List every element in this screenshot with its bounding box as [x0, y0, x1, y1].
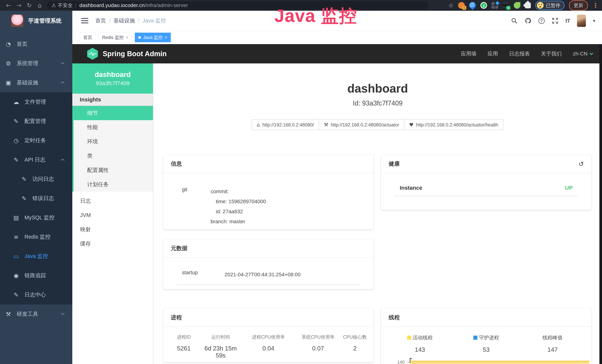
page-title: dashboard [153, 82, 602, 95]
sba-nav-about[interactable]: 关于我们 [541, 50, 562, 57]
sidebar-item-tracing[interactable]: ◉ 链路追踪 [0, 266, 72, 285]
tab-home[interactable]: 首页 [80, 33, 96, 42]
sba-nav-links: 应用墙 应用 日志报表 关于我们 zh-CN [461, 50, 593, 57]
panel-item-environment[interactable]: 环境 [74, 134, 153, 149]
sba-nav-wallboard[interactable]: 应用墙 [461, 50, 476, 57]
sidebar-item-scheduled-tasks[interactable]: ◷ 定时任务 [0, 131, 72, 150]
extension-leaf-icon[interactable] [514, 2, 520, 9]
browser-forward-icon[interactable]: → [14, 2, 24, 9]
sidebar-item-config-management[interactable]: ✎ 配置管理 [0, 112, 72, 131]
breadcrumb-home[interactable]: 首页 [95, 17, 106, 24]
extension-pin-icon[interactable] [468, 1, 477, 10]
panel-item-jvm[interactable]: JVM [72, 208, 153, 222]
browser-actions: ☆ 1 y on 已暂停 更新 ⋮ [448, 0, 599, 11]
eye-icon: ◉ [12, 272, 20, 279]
font-size-icon[interactable]: tT [566, 18, 570, 24]
breadcrumb-separator: / [138, 18, 140, 24]
sidebar-item-home[interactable]: ◔ 首页 [0, 34, 72, 54]
gauge-icon: ◔ [5, 41, 12, 47]
yellow-legend-swatch [407, 336, 411, 340]
sidebar-item-file-management[interactable]: ☁ 文件管理 [0, 92, 72, 112]
paused-profile-chip[interactable]: 已暂停 [535, 1, 565, 10]
search-icon[interactable] [511, 17, 518, 24]
page-scrollbar[interactable] [599, 44, 602, 364]
sba-nav-applications[interactable]: 应用 [488, 50, 498, 57]
not-secure-label[interactable]: 不安全 [58, 2, 73, 9]
sidebar-item-system-management[interactable]: ⚙ 系统管理 [0, 54, 72, 73]
close-icon[interactable]: × [126, 35, 128, 40]
hamburger-menu-icon[interactable] [81, 18, 88, 23]
sidebar-item-api-logs[interactable]: ✎ API 日志 [0, 150, 72, 170]
instance-header[interactable]: dashboard 93a3fc7f7409 [72, 64, 153, 94]
panel-item-caches[interactable]: 缓存 [72, 237, 153, 251]
panel-plain-items: 日志 JVM 映射 缓存 [72, 192, 153, 251]
metadata-row-value: 2021-04-27T00:44:31.254+08:00 [225, 270, 301, 280]
sidebar-logo[interactable]: 芋道管理系统 [0, 11, 72, 31]
tools-icon: ⚒ [5, 311, 12, 317]
extension-y-icon[interactable]: y [480, 2, 487, 9]
sidebar-item-dev-tools[interactable]: ⚒ 研发工具 [0, 304, 72, 324]
extension-orange-icon[interactable]: 1 [458, 2, 465, 9]
fullscreen-icon[interactable] [552, 17, 559, 24]
sidebar-item-infrastructure[interactable]: ▣ 基础设施 [0, 73, 72, 92]
avatar-caret-down-icon[interactable]: ▾ [593, 18, 595, 23]
panel-item-config-props[interactable]: 配置属性 [74, 163, 153, 177]
sidebar-item-log-center[interactable]: ✎ 日志中心 [0, 285, 72, 304]
browser-back-icon[interactable]: ← [3, 2, 14, 9]
log-icon: ✎ [20, 195, 28, 202]
url-host[interactable]: dashboard.yudao.iocoder.cn [79, 2, 145, 8]
service-url-link[interactable]: ⌂ http://192.168.0.2:48080/ [252, 119, 319, 130]
row-divider [394, 196, 578, 196]
sidebar-item-mysql-monitor[interactable]: ▤ MySQL 监控 [0, 208, 72, 227]
sidebar-item-redis-monitor[interactable]: ≡ Redis 监控 [0, 227, 72, 247]
y-axis-tick [408, 362, 410, 363]
spring-boot-admin-title[interactable]: Spring Boot Admin [103, 50, 167, 58]
address-bar[interactable]: ⚠ 不安全 dashboard.yudao.iocoder.cn /infra/… [47, 1, 429, 10]
panel-item-scheduled-tasks[interactable]: 计划任务 [74, 177, 153, 192]
help-icon[interactable]: ? [538, 18, 545, 24]
breadcrumb-infrastructure[interactable]: 基础设施 [113, 17, 135, 24]
health-card-title: 健康 ↺ [381, 155, 591, 173]
panel-item-mappings[interactable]: 映射 [72, 222, 153, 237]
browser-home-icon[interactable]: ⌂ [34, 2, 45, 9]
extension-grid-icon[interactable] [492, 2, 498, 9]
update-browser-button[interactable]: 更新 [569, 0, 588, 11]
sidebar-item-label: 系统管理 [17, 60, 38, 67]
actuator-url-link[interactable]: ⚒ http://192.168.0.2:48080/actuator [319, 119, 404, 130]
spring-boot-admin-logo-icon[interactable] [87, 48, 98, 60]
not-secure-warning-icon: ⚠ [52, 3, 56, 8]
user-avatar[interactable] [577, 15, 586, 27]
sidebar-item-error-logs[interactable]: ✎ 错误日志 [0, 189, 72, 208]
extensions-puzzle-icon[interactable] [525, 2, 531, 8]
blue-legend-swatch [473, 336, 477, 340]
sba-nav-journal[interactable]: 日志报表 [509, 50, 530, 57]
tab-label: 首页 [83, 34, 92, 40]
panel-item-classes[interactable]: 类 [74, 149, 153, 163]
health-card: 健康 ↺ Instance UP [381, 155, 591, 210]
info-git-row: git commit: time: 1596289704000 id: 27aa… [163, 173, 373, 230]
sidebar: 芋道管理系统 ◔ 首页 ⚙ 系统管理 ▣ 基础设施 ☁ 文件管理 [0, 11, 72, 364]
sidebar-item-access-logs[interactable]: ✎ 访问日志 [0, 170, 72, 189]
process-col-header: 运行时间 [199, 334, 243, 340]
bookmark-star-icon[interactable]: ☆ [448, 2, 454, 9]
history-icon[interactable]: ↺ [579, 160, 584, 168]
chevron-up-icon [61, 159, 64, 162]
extension-proxy-icon[interactable]: on [503, 2, 509, 9]
panel-item-logs[interactable]: 日志 [72, 194, 153, 208]
panel-item-metrics[interactable]: 性能 [74, 120, 153, 134]
database-icon: ▤ [12, 214, 20, 221]
tab-java-monitor[interactable]: Java 监控 × [135, 33, 171, 42]
sidebar-submenu-infrastructure: ☁ 文件管理 ✎ 配置管理 ◷ 定时任务 ✎ API 日志 ✎ [0, 92, 72, 304]
sidebar-item-java-monitor[interactable]: ▭ Java 监控 [0, 247, 72, 266]
url-path[interactable]: /infra/admin-server [145, 2, 188, 8]
browser-reload-icon[interactable]: ↻ [24, 2, 34, 9]
github-icon[interactable] [525, 17, 531, 24]
health-url-link[interactable]: ♥ http://192.168.0.2:48080/actuator/heal… [404, 119, 504, 130]
locale-selector[interactable]: zh-CN [573, 51, 593, 57]
sidebar-item-label: Java 监控 [24, 253, 48, 260]
browser-menu-icon[interactable]: ⋮ [592, 2, 599, 9]
close-icon[interactable]: × [165, 35, 167, 40]
tab-redis-monitor[interactable]: Redis 监控 × [99, 33, 132, 42]
live-threads-value: 143 [415, 346, 425, 353]
panel-item-details[interactable]: 细节 [74, 106, 153, 120]
